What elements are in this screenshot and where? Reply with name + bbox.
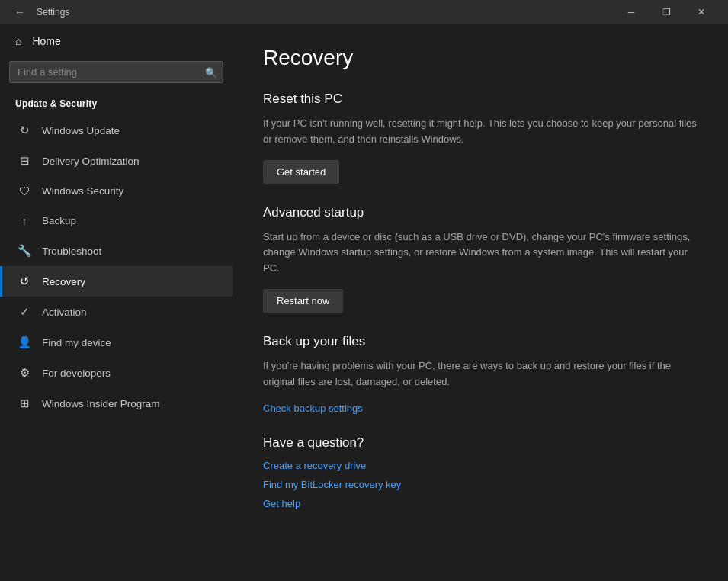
sidebar-item-label: Activation xyxy=(42,307,87,318)
content-area: Recovery Reset this PC If your PC isn't … xyxy=(233,24,728,581)
check-backup-settings-link[interactable]: Check backup settings xyxy=(263,403,698,414)
reset-pc-title: Reset this PC xyxy=(263,91,698,107)
sidebar-item-label: Find my device xyxy=(42,337,111,348)
reset-pc-description: If your PC isn't running well, resetting… xyxy=(263,116,698,148)
sidebar: ⌂ Home 🔍 Update & Security ↻ Windows Upd… xyxy=(0,24,233,581)
have-a-question-title: Have a question? xyxy=(263,435,698,451)
windows-update-icon: ↻ xyxy=(18,124,31,137)
maximize-button[interactable]: ❐ xyxy=(649,0,684,24)
section-title: Update & Security xyxy=(0,92,233,115)
sidebar-item-label: For developers xyxy=(42,368,111,379)
back-button[interactable]: ← xyxy=(9,2,30,23)
recovery-icon: ↺ xyxy=(18,274,31,288)
activation-icon: ✓ xyxy=(18,305,31,319)
backup-files-section: Back up your files If you're having prob… xyxy=(263,334,698,414)
advanced-startup-title: Advanced startup xyxy=(263,205,698,220)
sidebar-item-find-device[interactable]: 👤 Find my device xyxy=(0,327,233,358)
backup-icon: ↑ xyxy=(18,214,31,227)
home-icon: ⌂ xyxy=(15,35,21,47)
sidebar-item-windows-insider[interactable]: ⊞ Windows Insider Program xyxy=(0,388,233,419)
sidebar-item-activation[interactable]: ✓ Activation xyxy=(0,297,233,327)
sidebar-item-windows-update[interactable]: ↻ Windows Update xyxy=(0,115,233,146)
sidebar-item-label: Recovery xyxy=(42,276,85,287)
close-button[interactable]: ✕ xyxy=(684,0,719,24)
backup-files-title: Back up your files xyxy=(263,334,698,349)
restart-now-button[interactable]: Restart now xyxy=(263,289,343,313)
troubleshoot-icon: 🔧 xyxy=(18,244,31,258)
sidebar-item-label: Delivery Optimization xyxy=(42,156,140,167)
backup-files-description: If you're having problems with your PC, … xyxy=(263,358,698,390)
have-a-question-section: Have a question? Create a recovery drive… xyxy=(263,435,698,509)
titlebar: ← Settings ─ ❐ ✕ xyxy=(0,0,728,24)
search-icon: 🔍 xyxy=(205,66,217,78)
sidebar-item-delivery-optimization[interactable]: ⊟ Delivery Optimization xyxy=(0,146,233,176)
main-container: ⌂ Home 🔍 Update & Security ↻ Windows Upd… xyxy=(0,24,728,581)
sidebar-item-label: Backup xyxy=(42,215,76,226)
find-bitlocker-key-link[interactable]: Find my BitLocker recovery key xyxy=(263,479,698,490)
minimize-button[interactable]: ─ xyxy=(614,0,649,24)
windows-security-icon: 🛡 xyxy=(18,185,31,197)
sidebar-item-recovery[interactable]: ↺ Recovery xyxy=(0,266,233,297)
search-container: 🔍 xyxy=(9,61,223,83)
sidebar-item-label: Windows Update xyxy=(42,125,120,136)
get-help-link[interactable]: Get help xyxy=(263,498,698,509)
search-input[interactable] xyxy=(9,61,223,83)
find-device-icon: 👤 xyxy=(18,335,31,349)
reset-pc-section: Reset this PC If your PC isn't running w… xyxy=(263,91,698,184)
sidebar-item-label: Windows Insider Program xyxy=(42,398,160,409)
advanced-startup-description: Start up from a device or disc (such as … xyxy=(263,230,698,277)
advanced-startup-section: Advanced startup Start up from a device … xyxy=(263,205,698,313)
window-controls: ─ ❐ ✕ xyxy=(614,0,719,24)
sidebar-item-for-developers[interactable]: ⚙ For developers xyxy=(0,358,233,388)
app-title: Settings xyxy=(37,7,69,18)
windows-insider-icon: ⊞ xyxy=(18,396,31,410)
create-recovery-drive-link[interactable]: Create a recovery drive xyxy=(263,460,698,471)
sidebar-item-label: Windows Security xyxy=(42,185,123,197)
page-title: Recovery xyxy=(263,46,698,70)
get-started-button[interactable]: Get started xyxy=(263,160,339,184)
sidebar-item-home[interactable]: ⌂ Home xyxy=(0,24,233,58)
sidebar-item-windows-security[interactable]: 🛡 Windows Security xyxy=(0,176,233,206)
home-label: Home xyxy=(32,35,60,47)
sidebar-item-label: Troubleshoot xyxy=(42,246,101,257)
sidebar-item-backup[interactable]: ↑ Backup xyxy=(0,206,233,236)
delivery-optimization-icon: ⊟ xyxy=(18,154,31,168)
for-developers-icon: ⚙ xyxy=(18,366,31,380)
sidebar-item-troubleshoot[interactable]: 🔧 Troubleshoot xyxy=(0,236,233,266)
